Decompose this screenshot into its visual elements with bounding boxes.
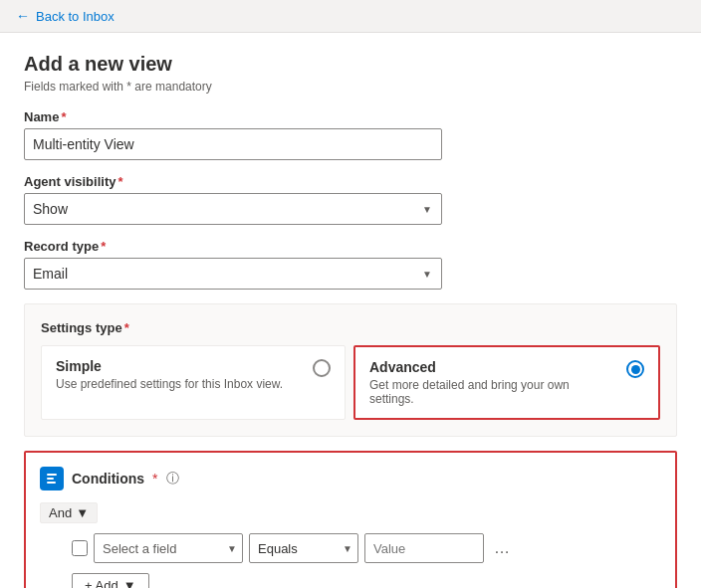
advanced-option-title: Advanced <box>369 359 616 375</box>
svg-rect-0 <box>47 474 57 476</box>
add-chevron-icon: ▼ <box>123 578 136 588</box>
agent-visibility-select-wrapper: Show Hide ▼ <box>24 193 442 225</box>
mandatory-note: Fields marked with * are mandatory <box>24 80 677 94</box>
settings-option-advanced[interactable]: Advanced Get more detailed and bring you… <box>353 345 660 420</box>
conditions-icon <box>40 467 64 490</box>
info-icon[interactable]: ⓘ <box>166 470 179 488</box>
and-label: And <box>49 505 72 520</box>
condition-checkbox[interactable] <box>72 540 88 556</box>
conditions-title: Conditions <box>72 471 144 487</box>
record-type-select[interactable]: Email Chat Voice <box>24 258 442 290</box>
record-type-label: Record type * <box>24 239 677 254</box>
settings-type-label: Settings type * <box>41 320 660 335</box>
simple-radio[interactable] <box>313 359 331 377</box>
advanced-radio[interactable] <box>626 360 644 378</box>
back-link-label: Back to Inbox <box>36 9 115 24</box>
condition-options-button[interactable]: … <box>490 539 514 557</box>
and-chevron-icon: ▼ <box>76 505 89 520</box>
name-label: Name * <box>24 109 677 124</box>
record-type-select-wrapper: Email Chat Voice ▼ <box>24 258 442 290</box>
agent-visibility-select[interactable]: Show Hide <box>24 193 442 225</box>
simple-option-text: Simple Use predefined settings for this … <box>56 358 303 391</box>
agent-visibility-label: Agent visibility * <box>24 174 677 189</box>
equals-select[interactable]: Equals Not Equals Contains <box>249 533 358 563</box>
back-arrow-icon: ← <box>16 8 30 24</box>
svg-rect-1 <box>47 478 54 480</box>
main-content: Add a new view Fields marked with * are … <box>0 33 701 588</box>
field-select-wrapper: Select a field Subject Status Priority ▼ <box>94 533 243 563</box>
simple-option-desc: Use predefined settings for this Inbox v… <box>56 377 303 391</box>
record-type-required-star: * <box>101 239 106 254</box>
and-badge[interactable]: And ▼ <box>40 502 98 523</box>
settings-option-simple[interactable]: Simple Use predefined settings for this … <box>41 345 346 420</box>
page-wrapper: ← Back to Inbox Add a new view Fields ma… <box>0 0 701 588</box>
condition-row: Select a field Subject Status Priority ▼… <box>72 533 661 563</box>
equals-select-wrapper: Equals Not Equals Contains ▼ <box>249 533 358 563</box>
conditions-header: Conditions * ⓘ <box>40 467 661 490</box>
name-field-group: Name * <box>24 109 677 174</box>
advanced-option-text: Advanced Get more detailed and bring you… <box>369 359 616 406</box>
name-input[interactable] <box>24 128 442 160</box>
settings-type-card: Settings type * Simple Use predefined se… <box>24 303 677 437</box>
conditions-required-star: * <box>152 471 157 487</box>
value-input[interactable] <box>364 533 484 563</box>
top-bar: ← Back to Inbox <box>0 0 701 33</box>
agent-visibility-required-star: * <box>117 174 122 189</box>
advanced-option-desc: Get more detailed and bring your own set… <box>369 378 616 406</box>
agent-visibility-field-group: Agent visibility * Show Hide ▼ <box>24 174 677 225</box>
record-type-field-group: Record type * Email Chat Voice ▼ <box>24 239 677 290</box>
settings-options: Simple Use predefined settings for this … <box>41 345 660 420</box>
page-title: Add a new view <box>24 53 677 76</box>
add-button-label: + Add <box>85 578 118 588</box>
conditions-card: Conditions * ⓘ And ▼ Select a field Sub <box>24 451 677 588</box>
settings-type-required-star: * <box>124 320 129 335</box>
field-select[interactable]: Select a field Subject Status Priority <box>94 533 243 563</box>
simple-option-title: Simple <box>56 358 303 374</box>
name-required-star: * <box>61 109 66 124</box>
add-button[interactable]: + Add ▼ <box>72 573 149 588</box>
back-link[interactable]: ← Back to Inbox <box>16 8 685 24</box>
svg-rect-2 <box>47 482 56 484</box>
